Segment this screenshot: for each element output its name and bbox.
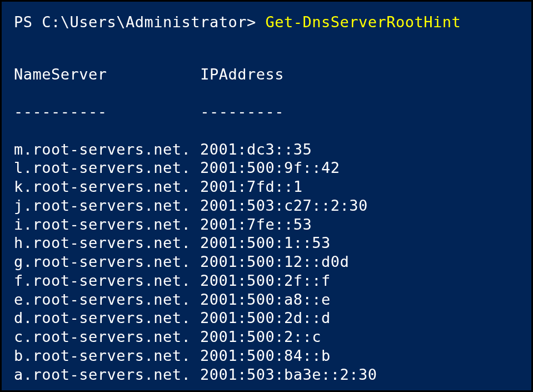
output-table: NameServer IPAddress ---------- --------… bbox=[14, 46, 519, 392]
table-row: j.root-servers.net. 2001:503:c27::2:30 bbox=[14, 196, 519, 215]
table-row: h.root-servers.net. 2001:500:1::53 bbox=[14, 234, 519, 252]
table-row: b.root-servers.net. 2001:500:84::b bbox=[14, 346, 519, 365]
table-row: a.root-servers.net. 2001:503:ba3e::2:30 bbox=[14, 365, 519, 384]
command-prompt-line: PS C:\Users\Administrator> Get-DnsServer… bbox=[14, 13, 519, 32]
table-row: l.root-servers.net. 2001:500:9f::42 bbox=[14, 158, 519, 177]
command-text: Get-DnsServerRootHint bbox=[265, 13, 461, 31]
header-nameserver: NameServer bbox=[14, 66, 107, 83]
divider-col2: --------- bbox=[200, 103, 284, 120]
prompt-prefix: PS bbox=[14, 13, 42, 31]
header-ipaddress: IPAddress bbox=[200, 66, 284, 83]
table-row: k.root-servers.net. 2001:7fd::1 bbox=[14, 177, 519, 196]
table-header-row: NameServer IPAddress bbox=[14, 65, 519, 84]
divider-col1: ---------- bbox=[14, 103, 107, 120]
header-spacer bbox=[107, 66, 201, 83]
prompt-path: C:\Users\Administrator> bbox=[42, 13, 256, 31]
table-divider-row: ---------- --------- bbox=[14, 102, 519, 121]
table-row: f.root-servers.net. 2001:500:2f::f bbox=[14, 271, 519, 290]
table-row: g.root-servers.net. 2001:500:12::d0d bbox=[14, 252, 519, 271]
table-row: i.root-servers.net. 2001:7fe::53 bbox=[14, 215, 519, 234]
table-body: m.root-servers.net. 2001:dc3::35l.root-s… bbox=[14, 140, 519, 384]
table-row: e.root-servers.net. 2001:500:a8::e bbox=[14, 290, 519, 309]
table-row: d.root-servers.net. 2001:500:2d::d bbox=[14, 309, 519, 328]
table-row: c.root-servers.net. 2001:500:2::c bbox=[14, 328, 519, 346]
table-row: m.root-servers.net. 2001:dc3::35 bbox=[14, 140, 519, 159]
divider-spacer bbox=[107, 103, 201, 120]
